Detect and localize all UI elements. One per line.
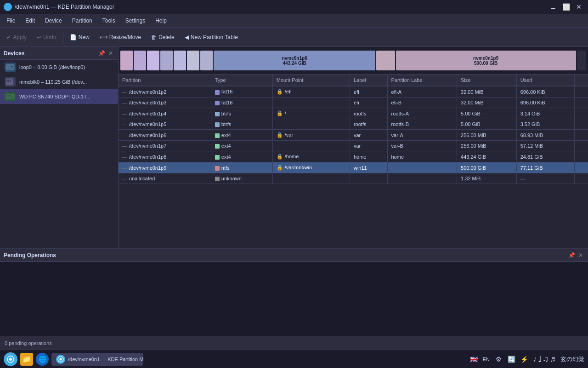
cell-partition-5: —/dev/nvme0n1p7 [119, 141, 211, 151]
col-header-2: Mount Point [272, 75, 350, 86]
cell-mount-6: 🔒/home [272, 151, 350, 162]
cell-type-6: ext4 [211, 151, 272, 162]
menu-item-device[interactable]: Device [40, 16, 67, 26]
partition-segment-5[interactable] [187, 51, 199, 70]
toolbar-separator-1 [63, 32, 63, 43]
device-name-1: mmcblk0 – 119.25 GiB (/dev... [19, 79, 87, 85]
table-row[interactable]: —/dev/nvme0n1p6ext4🔒/varvarvar-A256.00 M… [119, 130, 588, 141]
pending-panel: Pending Operations 📌 ✕ [0, 248, 588, 336]
table-row[interactable]: —/dev/nvme0n1p4btrfs🔒/rootfsrootfs-A5.00… [119, 108, 588, 119]
partition-segment-4[interactable] [174, 51, 186, 70]
cell-mount-8 [272, 173, 350, 184]
table-row[interactable]: —/dev/nvme0n1p8ext4🔒/homehomehome443.24 … [119, 151, 588, 162]
partition-bar: nvme0n1p8443.24 GiBnvme0n1p9500.00 GiB [119, 47, 588, 75]
cell-used-7: 77.11 GiB [516, 162, 574, 173]
maximize-button[interactable]: ⬜ [560, 3, 571, 11]
table-header-row: PartitionTypeMount PointLabelPartition L… [119, 75, 588, 86]
cell-label-0: efi [350, 86, 387, 98]
undo-button[interactable]: ↩ Undo [32, 32, 61, 42]
cell-partition-label-4: var-A [387, 130, 457, 141]
app-icon [4, 3, 12, 11]
undo-icon: ↩ [37, 34, 41, 40]
table-row[interactable]: —/dev/nvme0n1p3fat16efiefi-B32.00 MiB696… [119, 98, 588, 108]
pending-content [0, 262, 588, 336]
svg-point-1 [6, 6, 9, 8]
resize-icon: ⟺ [100, 34, 107, 40]
menu-item-partition[interactable]: Partition [68, 16, 97, 26]
cell-mount-0: 🔒/efi [272, 86, 350, 98]
menu-item-edit[interactable]: Edit [21, 16, 40, 26]
taskbar-active-app[interactable]: /dev/nvme0n1 — KDE Partition Man... [51, 353, 143, 366]
svg-point-4 [11, 67, 12, 68]
svg-point-15 [60, 358, 62, 360]
cell-mount-3 [272, 119, 350, 130]
sidebar-header: Devices 📌 ✕ [0, 47, 118, 60]
cell-size-5: 256.00 MiB [457, 141, 517, 151]
menu-item-file[interactable]: File [2, 16, 20, 26]
taskbar-files-button[interactable]: 📁 [20, 353, 33, 366]
taskbar-settings-icon[interactable]: ⚙ [494, 355, 503, 363]
cell-partition-2: —/dev/nvme0n1p4 [119, 108, 211, 119]
taskbar-flag-icon[interactable]: 🇬🇧 [470, 355, 478, 363]
cell-label-2: rootfs [350, 108, 387, 119]
cell-size-1: 32.00 MiB [457, 98, 517, 108]
cell-extra-0 [575, 86, 588, 98]
device-item-0[interactable]: loop0 – 8.00 GiB (/dev/loop0) [0, 60, 118, 75]
pending-header: Pending Operations 📌 ✕ [0, 249, 588, 262]
cell-extra-5 [575, 141, 588, 151]
statusbar: 0 pending operations [0, 336, 588, 350]
cell-size-7: 500.00 GiB [457, 162, 517, 173]
table-row[interactable]: —/dev/nvme0n1p5btrfsrootfsrootfs-B5.00 G… [119, 119, 588, 130]
device-item-1[interactable]: mmcblk0 – 119.25 GiB (/dev... [0, 75, 118, 89]
new-label: New [79, 34, 90, 40]
sidebar-close-button[interactable]: ✕ [107, 50, 114, 57]
device-item-2[interactable]: WD PC SN740 SDDPTQD-1T... [0, 89, 118, 104]
taskbar-power-icon[interactable]: ⚡ [520, 355, 528, 363]
close-button[interactable]: ✕ [573, 3, 584, 11]
new-button[interactable]: 📄 New [65, 32, 94, 42]
cell-size-6: 443.24 GiB [457, 151, 517, 162]
table-row[interactable]: —/dev/nvme0n1p7ext4varvar-B256.00 MiB57.… [119, 141, 588, 151]
music-icon-1: ♪ [533, 354, 537, 364]
minimize-button[interactable]: 🗕 [548, 3, 559, 11]
sidebar-pin-button[interactable]: 📌 [98, 50, 105, 57]
undo-label: Undo [43, 34, 57, 40]
partition-segment-6[interactable] [200, 51, 213, 70]
cell-partition-label-7 [387, 162, 457, 173]
taskbar-refresh-icon[interactable]: 🔄 [507, 355, 515, 363]
taskbar-browser-button[interactable]: 🌐 [36, 353, 49, 366]
col-header-6: Used [516, 75, 574, 86]
new-partition-table-button[interactable]: ◀ New Partition Table [180, 32, 243, 42]
cell-label-4: var [350, 130, 387, 141]
apply-button[interactable]: ✔ Apply [2, 32, 31, 42]
partition-table-container[interactable]: PartitionTypeMount PointLabelPartition L… [119, 75, 588, 248]
menu-item-help[interactable]: Help [151, 16, 171, 26]
cell-extra-7 [575, 162, 588, 173]
cell-type-4: ext4 [211, 130, 272, 141]
partition-segment-9[interactable]: nvme0n1p9500.00 GiB [396, 51, 576, 70]
cell-used-0: 696.00 KiB [516, 86, 574, 98]
partition-segment-0[interactable] [120, 51, 133, 70]
table-row[interactable]: —/dev/nvme0n1p2fat16🔒/efiefiefi-A32.00 M… [119, 86, 588, 98]
cell-label-8 [350, 173, 387, 184]
music-icon-3: ♫ [543, 354, 549, 364]
partition-segment-3[interactable] [160, 51, 173, 70]
menu-item-tools[interactable]: Tools [98, 16, 120, 26]
partition-segment-1[interactable] [134, 51, 146, 70]
table-row[interactable]: —unallocatedunknown1.32 MiB--- [119, 173, 588, 184]
taskbar-start-button[interactable] [4, 352, 17, 366]
partition-segment-7[interactable]: nvme0n1p8443.24 GiB [214, 51, 375, 70]
pending-pin-button[interactable]: 📌 [568, 252, 575, 259]
cell-partition-label-0: efi-A [387, 86, 457, 98]
partition-segment-8[interactable] [376, 51, 395, 70]
partition-segment-2[interactable] [147, 51, 159, 70]
delete-button[interactable]: 🗑 Delete [147, 32, 179, 42]
pending-close-button[interactable]: ✕ [577, 252, 584, 259]
resize-button[interactable]: ⟺ Resize/Move [95, 32, 146, 42]
partition-segment-10[interactable] [577, 51, 586, 70]
table-row[interactable]: —/dev/nvme0n1p9ntfs🔒/var/mnt/winwin11500… [119, 162, 588, 173]
cell-size-0: 32.00 MiB [457, 86, 517, 98]
menu-item-settings[interactable]: Settings [121, 16, 150, 26]
svg-rect-6 [7, 80, 9, 82]
taskbar-app-icon [56, 355, 65, 364]
